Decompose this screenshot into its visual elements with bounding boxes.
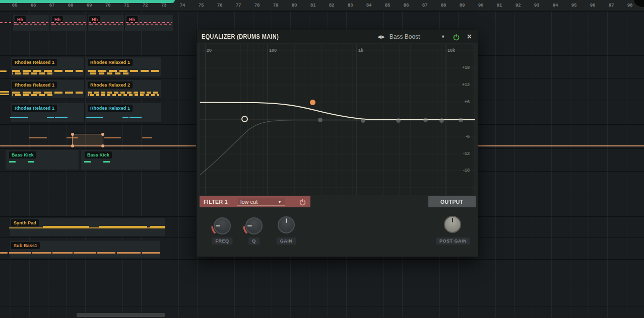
clip-label: Bass Kick bbox=[85, 151, 112, 158]
clip-hh[interactable]: Hh bbox=[13, 14, 50, 31]
eq-response-graph[interactable]: 201001k10k +18+12+6-6-12-18 bbox=[200, 43, 475, 195]
clip-hh[interactable]: Hh bbox=[124, 14, 174, 31]
midi-notes bbox=[14, 22, 48, 23]
preset-prev-next-icons[interactable]: ◀▶ bbox=[377, 34, 385, 39]
clip-rhodes[interactable]: Rhodes Relaxed 1 bbox=[10, 103, 85, 123]
eq-node-inactive[interactable] bbox=[439, 118, 444, 123]
eq-node-inactive[interactable] bbox=[361, 118, 365, 123]
note-segment bbox=[55, 117, 68, 118]
midi-notes bbox=[126, 24, 172, 25]
clip-bass-kick[interactable]: Bass Kick bbox=[5, 149, 79, 170]
note-segment bbox=[97, 252, 115, 254]
eq-node-active-orange[interactable] bbox=[310, 100, 315, 105]
bar-number: 66 bbox=[31, 3, 36, 8]
chevron-down-icon[interactable]: ▼ bbox=[441, 34, 445, 39]
midi-notes bbox=[12, 94, 52, 96]
clip-label: Rhodes Relaxed 1 bbox=[12, 59, 57, 66]
midi-notes bbox=[12, 70, 83, 72]
freq-tick-label: 20 bbox=[207, 48, 212, 53]
bar-number: 68 bbox=[68, 3, 73, 8]
bar-number: 96 bbox=[590, 3, 595, 8]
preset-name[interactable]: Bass Boost bbox=[390, 33, 430, 40]
automation-selection-box[interactable] bbox=[72, 134, 103, 146]
bar-number: 71 bbox=[124, 3, 129, 8]
horizontal-scrollbar[interactable] bbox=[77, 313, 165, 317]
note-segment bbox=[9, 252, 31, 254]
eq-node-inactive[interactable] bbox=[396, 118, 401, 123]
power-icon[interactable] bbox=[453, 33, 460, 41]
clip-hh[interactable]: Hh bbox=[50, 14, 87, 31]
eq-node-inactive[interactable] bbox=[459, 118, 463, 122]
note-segment bbox=[99, 226, 147, 228]
bar-number: 70 bbox=[105, 3, 110, 8]
clip-label: Rhodes Relaxed 1 bbox=[12, 82, 57, 89]
bar-number: 85 bbox=[385, 3, 390, 8]
post-gain-knob-label: POST GAIN bbox=[436, 237, 470, 245]
clip-bass-kick[interactable]: Bass Kick bbox=[81, 149, 160, 170]
clip-rhodes[interactable]: Rhodes Relaxed 1 bbox=[86, 57, 161, 77]
freq-knob[interactable] bbox=[213, 217, 231, 235]
bar-number: 82 bbox=[329, 3, 334, 8]
db-tick-label: +12 bbox=[462, 82, 470, 87]
note-segment bbox=[43, 226, 89, 228]
note-segment bbox=[122, 117, 128, 118]
bar-number: 76 bbox=[217, 3, 222, 8]
filter-type-dropdown[interactable]: low cut ▼ bbox=[237, 198, 285, 206]
equalizer-titlebar[interactable]: EQUALIZER (DRUMS MAIN) ◀▶ Bass Boost ▼ × bbox=[197, 30, 478, 43]
bar-number: 73 bbox=[161, 3, 166, 8]
selection-handle[interactable] bbox=[101, 144, 104, 147]
filter1-title: FILTER 1 bbox=[204, 199, 228, 205]
gain-knob[interactable] bbox=[277, 216, 295, 234]
q-knob[interactable] bbox=[245, 217, 263, 235]
midi-notes bbox=[88, 94, 159, 96]
note-segment bbox=[10, 117, 28, 118]
note-segment bbox=[0, 252, 8, 254]
note-segment bbox=[9, 161, 16, 163]
clip-label: Rhodes Relaxed 1 bbox=[12, 105, 57, 112]
note-segment bbox=[130, 117, 142, 118]
bar-number: 97 bbox=[609, 3, 614, 8]
bar-number: 98 bbox=[627, 3, 632, 8]
output-title: OUTPUT bbox=[440, 199, 464, 205]
clip-rhodes[interactable]: Rhodes Relaxed 1 bbox=[86, 103, 161, 123]
selection-handle[interactable] bbox=[101, 133, 104, 136]
selection-handle[interactable] bbox=[71, 144, 74, 147]
clip-label: Sub Bass1 bbox=[11, 242, 40, 249]
db-tick-label: -18 bbox=[463, 168, 470, 173]
bar-number: 69 bbox=[87, 3, 92, 8]
daw-screen: Hh Hh Hh Hh Rhodes Relaxed 1 Rhodes Rela… bbox=[0, 0, 644, 318]
note-segment bbox=[142, 137, 152, 138]
bar-number: 75 bbox=[199, 3, 204, 8]
clip-rhodes[interactable]: Rhodes Relaxed 2 bbox=[86, 80, 161, 99]
clip-label: Rhodes Relaxed 1 bbox=[88, 59, 133, 66]
filter-power-icon[interactable] bbox=[299, 198, 306, 206]
note-segment bbox=[32, 252, 51, 254]
bar-number: 88 bbox=[441, 3, 446, 8]
note-segment bbox=[150, 226, 165, 228]
db-tick-label: +18 bbox=[462, 65, 470, 70]
midi-notes bbox=[0, 22, 11, 23]
eq-node-inactive[interactable] bbox=[423, 118, 428, 122]
midi-notes bbox=[51, 24, 86, 25]
clip-label: Synth Pad bbox=[11, 219, 39, 226]
bar-number: 81 bbox=[310, 3, 315, 8]
eq-node-ring[interactable] bbox=[241, 116, 248, 122]
note-segment bbox=[0, 70, 7, 72]
bar-number: 80 bbox=[292, 3, 297, 8]
bar-number: 93 bbox=[534, 3, 539, 8]
selection-handle[interactable] bbox=[71, 133, 74, 136]
eq-node-inactive[interactable] bbox=[318, 118, 323, 122]
note-segment bbox=[84, 161, 91, 163]
clip-sub-bass[interactable]: Sub Bass1 bbox=[9, 240, 160, 258]
loop-region-strip[interactable] bbox=[0, 0, 175, 3]
bar-number: 89 bbox=[460, 3, 465, 8]
post-gain-knob[interactable] bbox=[443, 215, 462, 233]
note-segment bbox=[28, 161, 34, 163]
filter1-header: FILTER 1 low cut ▼ bbox=[200, 196, 310, 207]
clip-rhodes[interactable]: Rhodes Relaxed 1 bbox=[10, 57, 85, 77]
clip-rhodes[interactable]: Rhodes Relaxed 1 bbox=[10, 80, 85, 99]
close-icon[interactable]: × bbox=[467, 33, 472, 41]
clip-hh[interactable]: Hh bbox=[87, 14, 124, 31]
clip-label: Rhodes Relaxed 1 bbox=[88, 105, 133, 112]
output-header: OUTPUT bbox=[428, 196, 476, 207]
